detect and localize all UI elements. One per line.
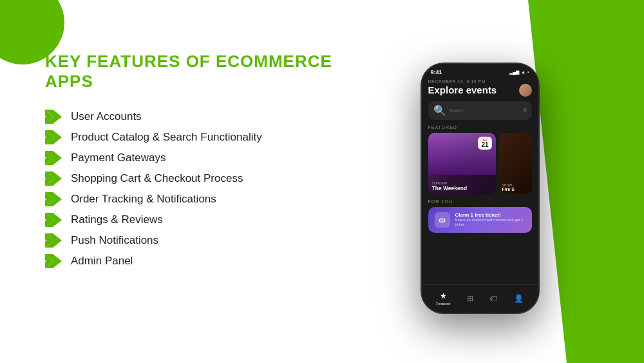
features-list: User Accounts Product Catalog & Search F…	[45, 110, 374, 268]
nav-icon-profile: 👤	[514, 294, 524, 303]
status-time: 9:41	[431, 69, 442, 75]
screen-content: DECEMBER 16, 9:10 PM Explore events 🔍 Se…	[422, 77, 538, 284]
feature-text-6: Ratings & Reviews	[71, 213, 163, 226]
nav-item-featured[interactable]: ★ Featured	[436, 291, 450, 306]
for-you-title: Claim 1 free ticket!	[455, 212, 526, 218]
phone-mockup: 9:41 ▂▄▆ ▲ ▪ DECEMBER 16, 9:10 PM Explor…	[421, 63, 540, 314]
ticket-icon-box: 🎟	[435, 212, 450, 228]
signal-icon: ▂▄▆	[509, 70, 519, 75]
phone-screen: 9:41 ▂▄▆ ▲ ▪ DECEMBER 16, 9:10 PM Explor…	[422, 64, 538, 313]
screen-title: Explore events	[428, 84, 532, 97]
status-bar: 9:41 ▂▄▆ ▲ ▪	[422, 64, 538, 77]
list-item: Ratings & Reviews	[45, 213, 374, 227]
page-title: Key Features of Ecommerce Apps	[45, 52, 374, 92]
screen-title-text: Explore events	[428, 84, 497, 95]
date-label: DECEMBER 16, 9:10 PM	[428, 79, 532, 84]
card-bottom-info: CONCERT The Weekend	[432, 181, 492, 191]
arrow-icon-7	[45, 233, 62, 248]
card-event-name: The Weekend	[432, 185, 492, 191]
featured-card-main[interactable]: DEC 21 CONCERT The Weekend	[428, 133, 496, 194]
feature-text-5: Order Tracking & Notifications	[71, 193, 216, 206]
nav-icon-tickets: 🏷	[489, 294, 497, 303]
arrow-icon-1	[45, 110, 62, 124]
left-panel: Key Features of Ecommerce Apps User Acco…	[0, 0, 399, 363]
arrow-icon-6	[45, 213, 62, 227]
feature-text-4: Shopping Cart & Checkout Process	[71, 172, 243, 185]
for-you-description: Share an event to with friends and get 1…	[455, 218, 526, 228]
nav-label-featured: Featured	[436, 302, 450, 306]
for-you-card[interactable]: 🎟 Claim 1 free ticket! Share an event to…	[428, 207, 532, 233]
list-item: Product Catalog & Search Functionality	[45, 130, 374, 144]
arrow-icon-3	[45, 151, 62, 165]
arrow-icon-8	[45, 254, 62, 268]
list-item: Admin Panel	[45, 254, 374, 268]
feature-text-1: User Accounts	[71, 110, 142, 123]
feature-text-3: Payment Gateways	[71, 152, 166, 164]
nav-item-browse[interactable]: ⊞	[467, 294, 473, 303]
bottom-nav: ★ Featured ⊞ 🏷 👤	[422, 284, 538, 313]
for-you-text: Claim 1 free ticket! Share an event to w…	[455, 212, 526, 228]
featured-label: FEATURED	[428, 125, 532, 130]
card-date-badge: DEC 21	[478, 137, 491, 150]
content-wrapper: Key Features of Ecommerce Apps User Acco…	[0, 0, 644, 363]
list-item: User Accounts	[45, 110, 374, 124]
feature-text-7: Push Notifications	[71, 234, 158, 247]
nav-icon-featured: ★	[440, 291, 447, 300]
list-item: Order Tracking & Notifications	[45, 192, 374, 206]
status-icons: ▂▄▆ ▲ ▪	[509, 70, 529, 75]
right-panel: 9:41 ▂▄▆ ▲ ▪ DECEMBER 16, 9:10 PM Explor…	[399, 0, 644, 363]
list-item: Push Notifications	[45, 233, 374, 248]
feature-text-8: Admin Panel	[71, 255, 133, 268]
arrow-icon-4	[45, 172, 62, 186]
search-bar[interactable]: 🔍 Search ⚙	[428, 101, 532, 120]
battery-icon: ▪	[527, 70, 529, 74]
search-icon: 🔍	[433, 104, 446, 117]
arrow-icon-5	[45, 192, 62, 206]
filter-icon: ⚙	[523, 108, 527, 113]
arrow-icon-2	[45, 130, 62, 144]
nav-item-tickets[interactable]: 🏷	[489, 294, 497, 303]
wifi-icon: ▲	[521, 70, 526, 74]
list-item: Payment Gateways	[45, 151, 374, 165]
list-item: Shopping Cart & Checkout Process	[45, 172, 374, 186]
card-small-name: Fire S	[502, 187, 529, 191]
nav-icon-browse: ⊞	[467, 294, 473, 303]
card-small-text: SHOW Fire S	[502, 183, 529, 191]
search-placeholder-text: Search	[450, 108, 520, 113]
for-you-label: FOR YOU	[428, 199, 532, 204]
card-date-day: 21	[481, 142, 488, 148]
featured-card-small[interactable]: SHOW Fire S	[499, 133, 532, 194]
featured-cards: DEC 21 CONCERT The Weekend	[428, 133, 532, 194]
feature-text-2: Product Catalog & Search Functionality	[71, 131, 262, 144]
nav-item-profile[interactable]: 👤	[514, 294, 524, 303]
ticket-icon: 🎟	[439, 216, 446, 224]
avatar	[519, 84, 532, 97]
